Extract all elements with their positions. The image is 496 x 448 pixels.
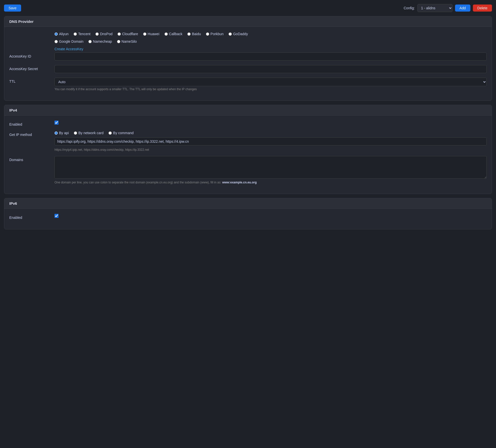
- radio-godaddy[interactable]: [229, 32, 232, 36]
- ttl-wrap: Auto You can modify it if the account su…: [54, 78, 487, 91]
- ipv6-enabled-row: Enabled: [9, 214, 487, 220]
- ipv4-domains-label: Domains: [9, 156, 49, 162]
- ipv6-enabled-label: Enabled: [9, 214, 49, 220]
- accesskey-secret-row: AccessKey Secret: [9, 65, 487, 73]
- config-area: Config: 1 - alidns Add Delete: [404, 4, 492, 12]
- radio-label-porkbun[interactable]: Porkbun: [206, 32, 224, 36]
- radio-aliyun[interactable]: [54, 32, 58, 36]
- ipv6-enabled-wrap: [54, 214, 487, 218]
- accesskey-id-label: AccessKey ID: [9, 53, 49, 58]
- accesskey-id-input[interactable]: [54, 53, 487, 61]
- radio-by-api[interactable]: [54, 131, 58, 135]
- save-button[interactable]: Save: [4, 5, 21, 12]
- radio-google[interactable]: [54, 40, 58, 43]
- radio-cloudflare[interactable]: [118, 32, 121, 36]
- create-accesskey-link[interactable]: Create AccessKey: [54, 47, 83, 51]
- radio-by-command[interactable]: [108, 131, 112, 135]
- ipv4-enabled-label: Enabled: [9, 121, 49, 126]
- ipv6-card: IPv6 Enabled: [4, 198, 492, 229]
- ipv4-ip-input[interactable]: [54, 137, 487, 145]
- radio-callback[interactable]: [164, 32, 168, 36]
- ipv4-domains-hint: One domain per line, you can use colon t…: [54, 181, 487, 184]
- ttl-hint: You can modify it if the account support…: [54, 87, 487, 91]
- ttl-row: TTL Auto You can modify it if the accoun…: [9, 78, 487, 91]
- top-bar: Save Config: 1 - alidns Add Delete: [4, 4, 492, 12]
- radio-label-by-command[interactable]: By command: [108, 131, 134, 135]
- ttl-select[interactable]: Auto: [54, 78, 487, 86]
- accesskey-secret-wrap: [54, 65, 487, 73]
- accesskey-id-wrap: [54, 53, 487, 61]
- radio-label-namecheap[interactable]: Namecheap: [88, 39, 112, 43]
- radio-porkbun[interactable]: [206, 32, 209, 36]
- radio-label-baidu[interactable]: Baidu: [187, 32, 201, 36]
- radio-label-namesilo[interactable]: NameSilo: [117, 39, 137, 43]
- accesskey-id-row: AccessKey ID: [9, 53, 487, 61]
- ipv4-get-ip-wrap: By api By network card By command https:…: [54, 131, 487, 152]
- radio-label-dnspod[interactable]: DnsPod: [95, 32, 113, 36]
- accesskey-secret-label: AccessKey Secret: [9, 65, 49, 71]
- ipv4-domains-wrap: One domain per line, you can use colon t…: [54, 156, 487, 184]
- config-select[interactable]: 1 - alidns: [417, 4, 453, 12]
- ipv4-ip-method-radios: By api By network card By command: [54, 131, 487, 135]
- provider-radios-wrap: Aliyun Tencent DnsPod Cloudflare Huawei …: [54, 32, 487, 53]
- radio-tencent[interactable]: [74, 32, 77, 36]
- ipv4-header: IPv4: [4, 105, 492, 116]
- ipv6-body: Enabled: [4, 209, 492, 229]
- delete-button[interactable]: Delete: [473, 5, 492, 12]
- ipv6-header: IPv6: [4, 198, 492, 209]
- radio-label-aliyun[interactable]: Aliyun: [54, 32, 69, 36]
- radio-label-callback[interactable]: Callback: [164, 32, 183, 36]
- radio-label-godaddy[interactable]: GoDaddy: [229, 32, 248, 36]
- provider-radio-group-row1: Aliyun Tencent DnsPod Cloudflare Huawei …: [54, 32, 487, 36]
- accesskey-secret-input[interactable]: [54, 65, 487, 73]
- dns-provider-body: Aliyun Tencent DnsPod Cloudflare Huawei …: [4, 27, 492, 101]
- ipv4-body: Enabled Get IP method By api By network …: [4, 116, 492, 194]
- ipv4-ip-hint: https://myip4.ipip.net, https://ddns.ora…: [54, 148, 487, 152]
- provider-radio-group-row2: Google Domain Namecheap NameSilo: [54, 39, 487, 43]
- radio-label-huawei[interactable]: Huawei: [143, 32, 159, 36]
- ipv4-get-ip-row: Get IP method By api By network card By …: [9, 131, 487, 152]
- ipv4-get-ip-label: Get IP method: [9, 131, 49, 137]
- ipv4-enabled-wrap: [54, 121, 487, 125]
- radio-namecheap[interactable]: [88, 40, 92, 43]
- ipv4-enabled-checkbox[interactable]: [54, 121, 59, 125]
- radio-label-cloudflare[interactable]: Cloudflare: [118, 32, 138, 36]
- radio-label-by-network-card[interactable]: By network card: [74, 131, 103, 135]
- radio-huawei[interactable]: [143, 32, 146, 36]
- radio-label-tencent[interactable]: Tencent: [74, 32, 90, 36]
- dns-provider-header: DNS Provider: [4, 16, 492, 27]
- radio-dnspod[interactable]: [95, 32, 99, 36]
- radio-label-google[interactable]: Google Domain: [54, 39, 83, 43]
- radio-by-network-card[interactable]: [74, 131, 77, 135]
- add-button[interactable]: Add: [455, 5, 470, 12]
- ipv4-domains-textarea[interactable]: [54, 156, 487, 179]
- radio-label-by-api[interactable]: By api: [54, 131, 69, 135]
- ipv4-card: IPv4 Enabled Get IP method By api By net…: [4, 105, 492, 194]
- ipv4-domains-row: Domains One domain per line, you can use…: [9, 156, 487, 184]
- radio-baidu[interactable]: [187, 32, 191, 36]
- ttl-label: TTL: [9, 78, 49, 83]
- ipv6-enabled-checkbox[interactable]: [54, 214, 59, 218]
- radio-namesilo[interactable]: [117, 40, 120, 43]
- config-label: Config:: [404, 6, 415, 10]
- dns-provider-card: DNS Provider Aliyun Tencent DnsPod Cloud…: [4, 16, 492, 101]
- ipv4-enabled-row: Enabled: [9, 121, 487, 126]
